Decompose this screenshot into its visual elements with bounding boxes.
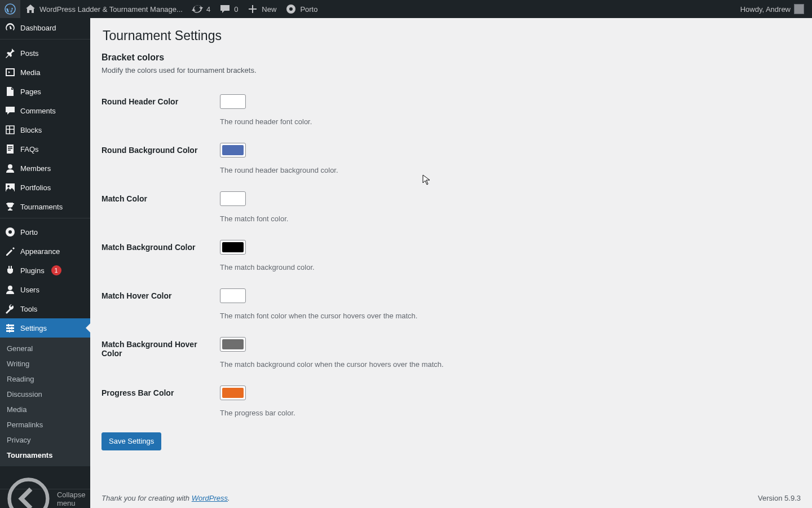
adminbar-comments[interactable]: 0 (215, 0, 242, 18)
color-picker[interactable] (220, 386, 246, 400)
color-swatch (222, 388, 244, 398)
adminbar-updates[interactable]: 4 (187, 0, 215, 18)
menu-blocks[interactable]: Blocks (0, 120, 90, 139)
setting-desc: The round header background color. (220, 166, 795, 174)
setting-label: Match Background Color (102, 231, 214, 280)
collapse-menu[interactable]: Collapse menu (0, 489, 90, 508)
setting-row: Progress Bar ColorThe progress bar color… (102, 377, 801, 426)
setting-label: Round Header Color (102, 86, 214, 134)
home-icon (25, 3, 36, 15)
adminbar-site[interactable]: WordPress Ladder & Tournament Manage... (20, 0, 187, 18)
setting-desc: The round header font color. (220, 117, 795, 126)
menu-porto[interactable]: Porto (0, 222, 90, 242)
adminbar-account[interactable]: Howdy, Andrew (736, 0, 809, 18)
menu-media[interactable]: Media (0, 63, 90, 82)
menu-faqs[interactable]: FAQs (0, 139, 90, 159)
menu-tools-label: Tools (20, 305, 37, 313)
users-icon (5, 284, 16, 295)
sub-media[interactable]: Media (0, 402, 90, 417)
color-picker[interactable] (220, 191, 246, 206)
sub-discussion[interactable]: Discussion (0, 387, 90, 402)
svg-rect-13 (11, 327, 12, 330)
adminbar-greeting: Howdy, Andrew (740, 5, 791, 14)
sub-permalinks[interactable]: Permalinks (0, 417, 90, 432)
menu-separator (0, 39, 90, 42)
color-picker[interactable] (220, 288, 246, 303)
color-swatch (222, 97, 244, 107)
pin-icon (5, 47, 16, 59)
menu-posts[interactable]: Posts (0, 43, 90, 63)
menu-settings[interactable]: Settings (0, 318, 90, 338)
adminbar-porto-label: Porto (300, 5, 317, 14)
section-desc: Modify the colors used for tournament br… (102, 66, 801, 75)
menu-appearance[interactable]: Appearance (0, 242, 90, 261)
setting-label: Progress Bar Color (102, 377, 214, 426)
color-picker[interactable] (220, 94, 246, 109)
dashboard-icon (5, 22, 16, 33)
setting-label: Match Background Hover Color (102, 329, 214, 377)
blocks-icon (5, 124, 16, 135)
section-title: Bracket colors (102, 52, 801, 63)
menu-comments[interactable]: Comments (0, 101, 90, 120)
menu-portfolios[interactable]: Portfolios (0, 178, 90, 197)
adminbar-porto[interactable]: Porto (281, 0, 322, 18)
comment-icon (219, 3, 231, 15)
sub-tournaments[interactable]: Tournaments (0, 448, 90, 463)
menu-posts-label: Posts (20, 49, 39, 58)
color-picker[interactable] (220, 240, 246, 255)
setting-row: Match Background Hover ColorThe match ba… (102, 329, 801, 377)
footer-wordpress-link[interactable]: WordPress (192, 494, 228, 502)
sub-privacy[interactable]: Privacy (0, 432, 90, 448)
settings-icon (5, 322, 16, 334)
svg-rect-10 (6, 327, 14, 329)
menu-plugins[interactable]: Plugins 1 (0, 261, 90, 280)
color-picker[interactable] (220, 337, 246, 352)
setting-desc: The match font color when the cursor hov… (220, 312, 795, 320)
svg-rect-12 (8, 324, 9, 327)
adminbar-new-label: New (262, 5, 276, 14)
setting-label: Match Color (102, 183, 214, 231)
menu-members[interactable]: Members (0, 159, 90, 178)
menu-separator (0, 218, 90, 221)
sub-general[interactable]: General (0, 341, 90, 356)
comments-icon (5, 105, 16, 116)
appearance-icon (5, 246, 16, 257)
faq-icon (5, 143, 16, 155)
adminbar-logo[interactable] (0, 0, 20, 18)
plugins-icon (5, 265, 16, 276)
porto-icon (285, 3, 297, 15)
color-swatch (222, 242, 244, 252)
save-button[interactable]: Save Settings (102, 432, 161, 450)
sub-writing[interactable]: Writing (0, 356, 90, 371)
menu-pages[interactable]: Pages (0, 82, 90, 101)
menu-plugins-label: Plugins (20, 266, 45, 275)
svg-rect-14 (9, 330, 10, 332)
menu-faqs-label: FAQs (20, 145, 39, 154)
menu-tournaments[interactable]: Tournaments (0, 197, 90, 216)
menu-tools[interactable]: Tools (0, 299, 90, 318)
adminbar-comments-count: 0 (234, 5, 238, 14)
adminbar-updates-count: 4 (206, 5, 210, 14)
members-icon (5, 163, 16, 174)
footer-thanks-prefix: Thank you for creating with (102, 494, 192, 502)
color-swatch (222, 339, 244, 349)
avatar (794, 4, 804, 14)
menu-tournaments-label: Tournaments (20, 203, 63, 211)
color-swatch (222, 145, 244, 155)
setting-row: Match Hover ColorThe match font color wh… (102, 280, 801, 329)
menu-dashboard[interactable]: Dashboard (0, 18, 90, 37)
portfolio-icon (5, 182, 16, 193)
footer-thanks: Thank you for creating with WordPress. (102, 494, 230, 502)
menu-comments-label: Comments (20, 107, 56, 115)
collapse-icon (5, 475, 52, 508)
sub-reading[interactable]: Reading (0, 371, 90, 387)
porto-menu-icon (5, 226, 16, 238)
color-picker[interactable] (220, 143, 246, 157)
adminbar-new[interactable]: New (242, 0, 281, 18)
svg-point-7 (8, 230, 12, 234)
setting-desc: The match font color. (220, 214, 795, 223)
settings-submenu: General Writing Reading Discussion Media… (0, 338, 90, 466)
menu-users[interactable]: Users (0, 280, 90, 299)
tools-icon (5, 303, 16, 314)
page-icon (5, 86, 16, 97)
